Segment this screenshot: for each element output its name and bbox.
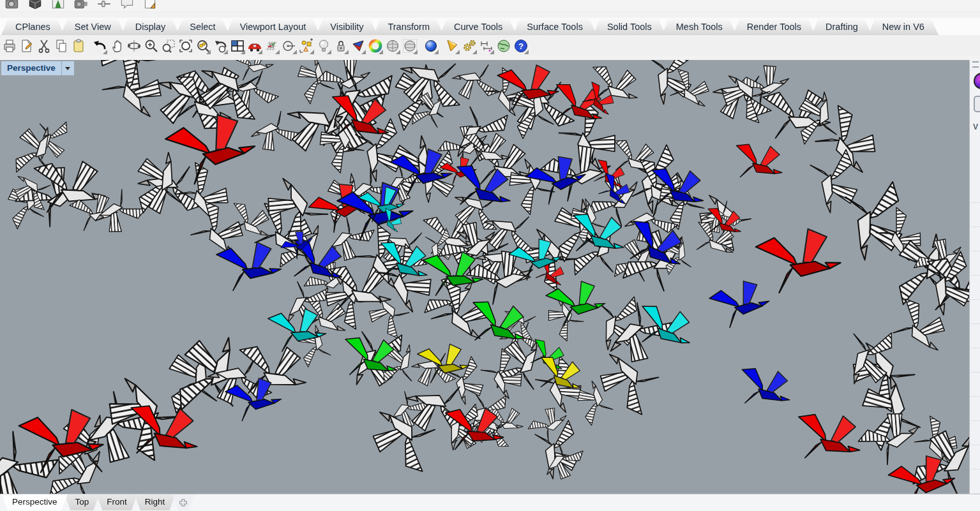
toolbar-tab-cplanes[interactable]: CPlanes <box>1 19 64 35</box>
viewports-icon[interactable] <box>229 36 246 55</box>
right-panel-strip[interactable]: V ( <box>969 60 980 494</box>
svg-text:?: ? <box>518 41 524 51</box>
render-scene-icon[interactable] <box>50 0 66 11</box>
perspective-viewport[interactable]: Perspective <box>0 60 969 494</box>
cut-icon[interactable] <box>35 36 52 55</box>
toolbar-tab-select[interactable]: Select <box>176 19 229 35</box>
panel-rows-partial <box>970 179 980 494</box>
lock-icon[interactable] <box>332 36 349 55</box>
top-partial-toolbar <box>0 0 980 12</box>
circle-center-icon[interactable] <box>280 36 298 55</box>
toolbar-tab-mesh-tools[interactable]: Mesh Tools <box>662 19 737 35</box>
viewport-title[interactable]: Perspective <box>1 61 74 75</box>
toolbar-tab-bar: CPlanesSet ViewDisplaySelectViewport Lay… <box>0 18 980 35</box>
main-toolbar: ? <box>0 35 980 56</box>
viewport-tab-front[interactable]: Front <box>96 494 137 510</box>
add-viewport-tab-button[interactable] <box>172 494 194 510</box>
viewport-title-dropdown[interactable] <box>61 61 74 75</box>
copy-icon[interactable] <box>52 36 70 55</box>
toolbar-tab-new-in-v6[interactable]: New in V6 <box>868 19 939 35</box>
sphere-gray-icon[interactable] <box>384 36 401 55</box>
toolbar-tab-viewport-layout[interactable]: Viewport Layout <box>226 19 320 35</box>
viewport-scene <box>0 60 969 494</box>
notes-icon[interactable] <box>142 0 158 11</box>
camera-icon[interactable] <box>4 0 20 11</box>
toolbar-tab-curve-tools[interactable]: Curve Tools <box>440 19 516 35</box>
undo-view-icon[interactable] <box>211 36 229 55</box>
viewport-tab-perspective[interactable]: Perspective <box>2 494 68 510</box>
print-icon[interactable] <box>1 36 18 55</box>
direction-wedge-icon[interactable] <box>349 36 366 55</box>
paste-icon[interactable] <box>70 36 87 55</box>
toolbar-tab-surface-tools[interactable]: Surface Tools <box>513 19 597 35</box>
viewport-tab-top[interactable]: Top <box>65 494 100 510</box>
panel-button-partial[interactable] <box>974 96 980 112</box>
plus-icon <box>178 498 188 508</box>
undo-icon[interactable] <box>91 36 108 55</box>
slider-icon[interactable] <box>96 0 112 11</box>
viewport-tab-bar: PerspectiveTopFrontRight <box>0 494 980 511</box>
rotate-view-icon[interactable] <box>125 36 142 55</box>
panel-grip-icon <box>972 61 979 68</box>
toolbar-tab-drafting[interactable]: Drafting <box>811 19 872 35</box>
toolbar-tab-display[interactable]: Display <box>121 19 180 35</box>
toolbar-tab-solid-tools[interactable]: Solid Tools <box>593 19 666 35</box>
light-icon[interactable] <box>315 36 332 55</box>
speech-bubble-icon[interactable] <box>119 0 135 11</box>
render-camera-icon[interactable] <box>73 0 89 11</box>
cplane-grid-icon[interactable] <box>263 36 280 55</box>
gears-icon[interactable] <box>460 36 478 55</box>
viewport-title-label[interactable]: Perspective <box>1 61 61 75</box>
toolbar-tab-transform[interactable]: Transform <box>373 19 444 35</box>
pan-icon[interactable] <box>108 36 125 55</box>
cone-gold-icon[interactable] <box>443 36 460 55</box>
sphere-blue-icon[interactable] <box>422 36 439 55</box>
earth-icon[interactable] <box>495 36 512 55</box>
zoom-in-icon[interactable] <box>142 36 160 55</box>
viewport-tab-right[interactable]: Right <box>135 494 176 510</box>
panel-text-fragment: V <box>973 122 980 131</box>
new-file-icon[interactable] <box>18 36 35 55</box>
zoom-window-icon[interactable] <box>160 36 177 55</box>
panel-display-icon[interactable] <box>974 73 980 89</box>
color-wheel-icon[interactable] <box>366 36 384 55</box>
toolbar-tab-render-tools[interactable]: Render Tools <box>733 19 815 35</box>
sphere-dotted-icon[interactable] <box>401 36 418 55</box>
toolbar-tab-visibility[interactable]: Visibility <box>316 19 377 35</box>
zoom-selected-icon[interactable] <box>194 36 211 55</box>
selection-filter-icon[interactable] <box>298 36 315 55</box>
solid-box-icon[interactable] <box>27 0 43 11</box>
dimension-icon[interactable] <box>478 36 495 55</box>
car-icon[interactable] <box>246 36 263 55</box>
help-icon[interactable]: ? <box>512 36 529 55</box>
zoom-extents-icon[interactable] <box>177 36 194 55</box>
toolbar-tab-set-view[interactable]: Set View <box>61 19 125 35</box>
